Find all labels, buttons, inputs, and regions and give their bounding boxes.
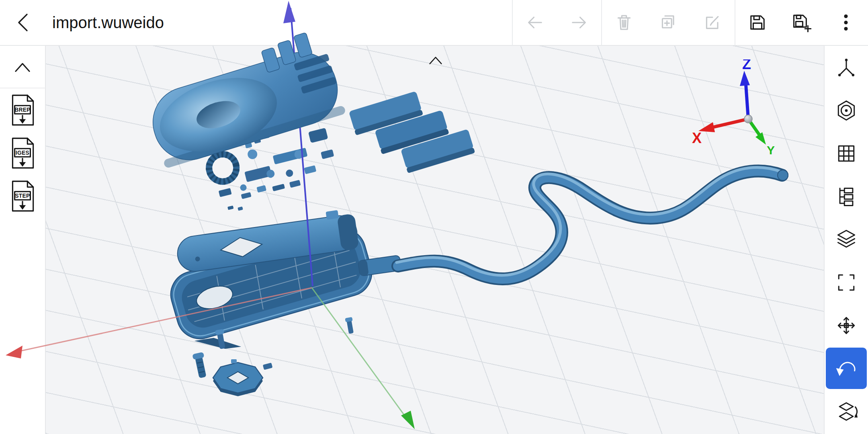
svg-text:Z: Z — [742, 59, 751, 72]
toolbar-actions — [512, 0, 868, 45]
iges-file-icon: IGES — [8, 137, 37, 170]
redo-arrow-icon — [569, 12, 590, 33]
svg-text:IGES: IGES — [16, 149, 29, 156]
svg-text:STEP: STEP — [15, 192, 30, 199]
flip-view-button[interactable] — [824, 390, 868, 433]
layers-icon — [834, 227, 858, 252]
redo-button[interactable] — [557, 0, 601, 45]
collapse-panel-button[interactable] — [0, 46, 45, 88]
save-as-button[interactable] — [780, 0, 824, 45]
flip-view-icon — [834, 399, 858, 424]
gizmo-origin-ball — [744, 115, 752, 123]
import-step-button[interactable]: STEP — [0, 174, 45, 217]
gizmo-y-axis: Y — [748, 119, 775, 157]
rotate-orbit-icon — [834, 356, 858, 381]
import-iges-button[interactable]: IGES — [0, 131, 45, 174]
chevron-up-icon — [425, 53, 446, 66]
rotate-orbit-button[interactable] — [826, 348, 867, 389]
duplicate-button[interactable] — [646, 0, 690, 45]
viewport-expand-handle[interactable] — [420, 51, 452, 69]
chevron-up-icon — [10, 58, 35, 75]
back-chevron-icon — [13, 11, 35, 34]
zoom-fit-icon — [834, 270, 858, 295]
save-button[interactable] — [735, 0, 780, 45]
orbit-view-icon — [834, 98, 858, 123]
overflow-menu-button[interactable] — [824, 0, 868, 45]
cad-app-window: import.wuweido — [0, 0, 868, 434]
edit-button[interactable] — [690, 0, 735, 45]
duplicate-plus-icon — [658, 12, 679, 33]
view-tools-sidebar — [824, 46, 868, 434]
save-as-floppy-plus-icon — [791, 12, 812, 33]
structure-outline-button[interactable] — [824, 175, 868, 218]
svg-text:Y: Y — [767, 143, 775, 157]
gizmo-x-axis: X — [692, 119, 748, 146]
top-toolbar: import.wuweido — [0, 0, 868, 46]
delete-button[interactable] — [602, 0, 646, 45]
grid-toggle-button[interactable] — [824, 132, 868, 175]
svg-text:X: X — [692, 130, 702, 146]
undo-button[interactable] — [513, 0, 557, 45]
import-brep-button[interactable]: BREP — [0, 88, 45, 131]
coordinate-axes-button[interactable] — [824, 46, 868, 89]
gizmo-z-axis: Z — [740, 59, 751, 119]
edit-pencil-icon — [702, 12, 723, 33]
pan-move-button[interactable] — [824, 304, 868, 347]
coordinate-axes-icon — [834, 55, 858, 80]
svg-text:BREP: BREP — [14, 106, 31, 113]
view-gizmo[interactable]: Z X Y — [679, 59, 800, 168]
zoom-fit-button[interactable] — [824, 261, 868, 304]
three-dots-icon — [835, 12, 856, 33]
document-title: import.wuweido — [52, 14, 164, 32]
back-button[interactable] — [0, 0, 48, 45]
pan-move-icon — [834, 313, 858, 338]
save-floppy-icon — [747, 12, 768, 33]
brep-file-icon: BREP — [8, 94, 37, 127]
structure-outline-icon — [834, 184, 858, 209]
grid-icon — [834, 141, 858, 166]
undo-arrow-icon — [524, 12, 545, 33]
trash-icon — [614, 12, 635, 33]
import-format-sidebar: BREP IGES STEP — [0, 46, 46, 434]
step-file-icon: STEP — [8, 180, 37, 213]
layers-button[interactable] — [824, 218, 868, 261]
orbit-view-button[interactable] — [824, 89, 868, 132]
